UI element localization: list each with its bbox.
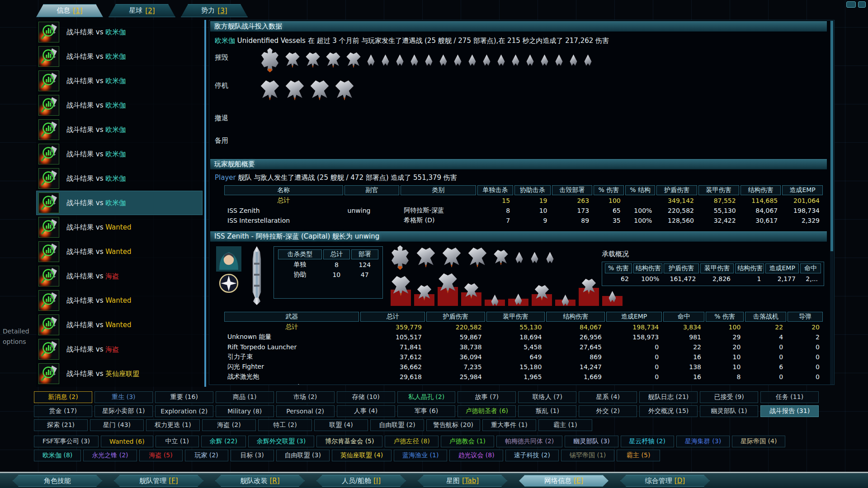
filter-button[interactable]: 警告航标 (20): [426, 419, 480, 431]
filter-button[interactable]: 外交 (2): [579, 405, 637, 417]
filter-button[interactable]: 重大事件 (1): [482, 419, 536, 431]
filter-button[interactable]: 联盟 (4): [314, 419, 368, 431]
battle-report-item[interactable]: 战斗结果 vs 欧米伽: [36, 166, 203, 191]
officer-portrait[interactable]: [216, 246, 241, 272]
column-header[interactable]: % 伤害: [706, 312, 744, 322]
filter-button[interactable]: 永光之锋 (2): [83, 450, 137, 461]
filter-button[interactable]: 星云杼轴 (2): [621, 436, 674, 447]
filter-button[interactable]: 星际帝国 (4): [732, 436, 785, 447]
filter-button[interactable]: 故事 (7): [458, 391, 516, 403]
column-header[interactable]: 导弹: [788, 312, 823, 322]
column-header[interactable]: 名称: [224, 185, 343, 195]
filter-button[interactable]: 英仙座联盟 (4): [332, 450, 392, 461]
column-header[interactable]: 结构伤害: [735, 263, 764, 273]
main-scrollbar-thumb[interactable]: [830, 21, 833, 251]
battle-report-item[interactable]: 战斗结果 vs 欧米伽: [36, 69, 203, 93]
bottom-bar-button[interactable]: 舰队管理[F]: [114, 475, 203, 487]
filter-button[interactable]: 军事 (6): [397, 405, 456, 417]
filter-button[interactable]: 星系 (4): [579, 391, 637, 403]
filter-button[interactable]: 联络人 (7): [518, 391, 576, 403]
column-header[interactable]: % 伤害: [605, 263, 632, 273]
battle-report-item[interactable]: 战斗结果 vs 欧米伽: [36, 93, 203, 117]
bottom-bar-button[interactable]: 人员/船舱[I]: [316, 475, 406, 487]
battle-report-item[interactable]: 战斗结果 vs 欧米伽: [36, 191, 203, 215]
column-header[interactable]: 总计: [323, 249, 349, 259]
filter-button[interactable]: 余辉 (22): [201, 436, 246, 447]
filter-button[interactable]: 中立 (1): [156, 436, 199, 447]
top-tab[interactable]: 信息[1]: [36, 4, 103, 17]
column-header[interactable]: 击毁部署: [552, 185, 593, 195]
column-header[interactable]: 护盾伤害: [664, 263, 699, 273]
battle-report-item[interactable]: 战斗结果 vs Wanted: [36, 239, 203, 264]
column-header[interactable]: 结构伤害: [633, 263, 662, 273]
column-header[interactable]: 结构伤害: [546, 312, 605, 322]
column-header[interactable]: 护盾伤害: [426, 312, 485, 322]
filter-button[interactable]: Military (8): [216, 405, 274, 417]
filter-button[interactable]: 重要 (16): [155, 391, 213, 403]
filter-button[interactable]: 重生 (3): [94, 391, 153, 403]
column-header[interactable]: 单独击杀: [477, 185, 513, 195]
sidebar-scrollbar[interactable]: [204, 20, 206, 387]
filter-button[interactable]: Wanted (6): [101, 436, 153, 447]
filter-button[interactable]: 新消息 (2): [34, 391, 92, 403]
column-header[interactable]: 结构伤害: [741, 185, 781, 195]
filter-button[interactable]: 外交概况 (15): [639, 405, 698, 417]
filter-button[interactable]: 幽灵部队 (1): [700, 405, 758, 417]
column-header[interactable]: 装甲伤害: [700, 263, 734, 273]
filter-button[interactable]: 幽灵部队 (3): [565, 436, 618, 447]
filter-button[interactable]: 存储 (10): [337, 391, 395, 403]
filter-button[interactable]: 卢德教会 (1): [441, 436, 494, 447]
filter-button[interactable]: 霸主 (5): [617, 450, 660, 461]
filter-button[interactable]: 战斗报告 (31): [760, 405, 819, 417]
column-header[interactable]: 装甲伤害: [486, 312, 545, 322]
column-header[interactable]: % 伤害: [594, 185, 624, 195]
filter-button[interactable]: 赏金 (17): [34, 405, 92, 417]
filter-button[interactable]: 权力更迭 (1): [146, 419, 200, 431]
filter-button[interactable]: 卢德朝圣者 (6): [458, 405, 516, 417]
bottom-bar-button[interactable]: 星图[Tab]: [418, 475, 507, 487]
bottom-bar-button[interactable]: 角色技能: [13, 475, 102, 487]
power-icon[interactable]: [846, 1, 856, 8]
battle-report-item[interactable]: 战斗结果 vs Wanted: [36, 215, 203, 239]
filter-button[interactable]: 博尔肯基金会 (5): [316, 436, 382, 447]
filter-button[interactable]: 叛乱 (1): [518, 405, 576, 417]
bottom-bar-button[interactable]: 网络信息[E]: [519, 475, 609, 487]
filter-button[interactable]: 自由联盟 (2): [370, 419, 424, 431]
filter-button[interactable]: 星门 (43): [90, 419, 144, 431]
column-header[interactable]: 命中: [663, 312, 704, 322]
battle-report-item[interactable]: 战斗结果 vs 欧米伽: [36, 117, 203, 142]
column-header[interactable]: 武器: [224, 312, 359, 322]
battle-report-item[interactable]: 战斗结果 vs 欧米伽: [36, 20, 203, 44]
column-header[interactable]: 护盾伤害: [656, 185, 697, 195]
column-header[interactable]: 类别: [401, 185, 476, 195]
column-header[interactable]: 部署: [351, 249, 379, 259]
filter-button[interactable]: 玩家 (2): [185, 450, 228, 461]
filter-button[interactable]: FSF军事公司 (3): [34, 436, 99, 447]
filter-button[interactable]: 商品 (1): [216, 391, 274, 403]
battle-report-item[interactable]: 战斗结果 vs 欧米伽: [36, 44, 203, 69]
filter-button[interactable]: 海盗 (2): [202, 419, 256, 431]
battle-report-item[interactable]: 战斗结果 vs 海盗: [36, 264, 203, 288]
filter-button[interactable]: 速子科技 (2): [505, 450, 559, 461]
filter-button[interactable]: 自由联盟 (3): [276, 450, 330, 461]
filter-button[interactable]: 海盗 (5): [139, 450, 183, 461]
filter-button[interactable]: Personal (2): [276, 405, 335, 417]
top-tab[interactable]: 星球[2]: [108, 4, 175, 17]
column-header[interactable]: % 结构: [625, 185, 656, 195]
column-header[interactable]: 击杀类型: [278, 249, 322, 259]
filter-button[interactable]: 任务 (11): [760, 391, 819, 403]
bottom-bar-button[interactable]: 综合管理[D]: [620, 475, 710, 487]
battery-icon[interactable]: [858, 1, 866, 8]
column-header[interactable]: 装甲伤害: [698, 185, 739, 195]
filter-button[interactable]: 探索 (21): [34, 419, 88, 431]
filter-button[interactable]: 特工 (2): [258, 419, 312, 431]
filter-button[interactable]: 星际小卖部 (1): [94, 405, 153, 417]
main-scrollbar[interactable]: [830, 21, 834, 385]
top-tab[interactable]: 势力[3]: [181, 4, 248, 17]
battle-report-item[interactable]: 战斗结果 vs 海盗: [36, 337, 203, 361]
column-header[interactable]: 击落战机: [745, 312, 786, 322]
sidebar-scrollbar-thumb[interactable]: [204, 20, 206, 387]
column-header[interactable]: 命中: [800, 263, 821, 273]
filter-button[interactable]: 霸主 (1): [538, 419, 592, 431]
filter-button[interactable]: 余辉外交联盟 (3): [248, 436, 314, 447]
